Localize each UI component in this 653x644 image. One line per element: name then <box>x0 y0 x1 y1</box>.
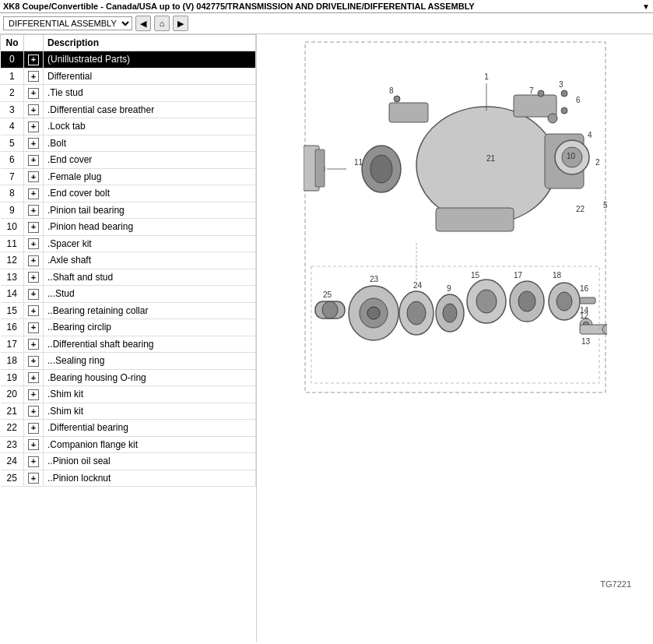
expand-button[interactable]: + <box>28 423 39 434</box>
row-expand[interactable]: + <box>24 403 44 420</box>
nav-home-button[interactable]: ⌂ <box>154 16 170 31</box>
table-row[interactable]: 22+.Differential bearing <box>1 420 256 437</box>
expand-button[interactable]: + <box>28 356 39 367</box>
main-content: No Description 0+(Unillustrated Parts)1+… <box>0 34 653 642</box>
row-expand[interactable]: + <box>24 453 44 470</box>
expand-button[interactable]: + <box>28 255 39 266</box>
expand-button[interactable]: + <box>28 439 39 450</box>
row-description: ..Bearing retaining collar <box>44 302 256 319</box>
table-row[interactable]: 2+.Tie stud <box>1 85 256 102</box>
row-number: 16 <box>1 319 24 336</box>
table-row[interactable]: 1+Differential <box>1 68 256 85</box>
table-row[interactable]: 10+.Pinion head bearing <box>1 219 256 236</box>
table-row[interactable]: 17+..Differential shaft bearing <box>1 336 256 353</box>
row-expand[interactable]: + <box>24 68 44 85</box>
expand-button[interactable]: + <box>28 205 39 216</box>
row-expand[interactable]: + <box>24 235 44 252</box>
expand-button[interactable]: + <box>28 222 39 233</box>
table-row[interactable]: 23+.Companion flange kit <box>1 436 256 453</box>
table-row[interactable]: 21+.Shim kit <box>1 403 256 420</box>
row-expand[interactable]: + <box>24 369 44 386</box>
expand-button[interactable]: + <box>28 372 39 383</box>
expand-button[interactable]: + <box>28 272 39 283</box>
table-row[interactable]: 5+.Bolt <box>1 135 256 152</box>
expand-button[interactable]: + <box>28 71 39 82</box>
svg-rect-2 <box>389 103 428 122</box>
row-expand[interactable]: + <box>24 85 44 102</box>
expand-button[interactable]: + <box>28 88 39 99</box>
table-row[interactable]: 13+..Shaft and stud <box>1 269 256 286</box>
row-expand[interactable]: + <box>24 269 44 286</box>
table-row[interactable]: 20+.Shim kit <box>1 386 256 403</box>
row-expand[interactable]: + <box>24 252 44 269</box>
table-row[interactable]: 19+.Bearing housing O-ring <box>1 369 256 386</box>
row-expand[interactable]: + <box>24 101 44 118</box>
svg-point-48 <box>476 290 497 313</box>
table-row[interactable]: 14+...Stud <box>1 286 256 303</box>
expand-button[interactable]: + <box>28 289 39 300</box>
svg-rect-31 <box>315 150 325 187</box>
table-row[interactable]: 11+.Spacer kit <box>1 235 256 252</box>
expand-button[interactable]: + <box>28 188 39 199</box>
expand-button[interactable]: + <box>28 339 39 350</box>
expand-button[interactable]: + <box>28 121 39 132</box>
row-number: 6 <box>1 152 24 169</box>
table-row[interactable]: 7+.Female plug <box>1 168 256 185</box>
expand-button[interactable]: + <box>28 171 39 182</box>
row-expand[interactable]: + <box>24 219 44 236</box>
table-row[interactable]: 4+.Lock tab <box>1 118 256 135</box>
expand-button[interactable]: + <box>28 473 39 484</box>
row-expand[interactable]: + <box>24 336 44 353</box>
table-row[interactable]: 25+..Pinion locknut <box>1 470 256 487</box>
row-expand[interactable]: + <box>24 436 44 453</box>
nav-back-button[interactable]: ◀ <box>135 16 151 31</box>
row-expand[interactable]: + <box>24 135 44 152</box>
table-row[interactable]: 9+.Pinion tail bearing <box>1 202 256 219</box>
row-expand[interactable]: + <box>24 319 44 336</box>
expand-button[interactable]: + <box>28 305 39 316</box>
expand-button[interactable]: + <box>28 104 39 115</box>
nav-forward-button[interactable]: ▶ <box>173 16 188 31</box>
expand-button[interactable]: + <box>28 322 39 333</box>
row-description: .Tie stud <box>44 85 256 102</box>
row-number: 3 <box>1 101 24 118</box>
col-no: No <box>1 35 24 51</box>
row-expand[interactable]: + <box>24 353 44 370</box>
table-row[interactable]: 6+.End cover <box>1 152 256 169</box>
row-expand[interactable]: + <box>24 470 44 487</box>
expand-button[interactable]: + <box>28 55 39 65</box>
row-expand[interactable]: + <box>24 168 44 185</box>
expand-button[interactable]: + <box>28 389 39 400</box>
table-row[interactable]: 24+..Pinion oil seal <box>1 453 256 470</box>
toolbar: DIFFERENTIAL ASSEMBLY ◀ ⌂ ▶ <box>0 13 653 34</box>
table-row[interactable]: 3+.Differential case breather <box>1 101 256 118</box>
row-number: 5 <box>1 135 24 152</box>
expand-button[interactable]: + <box>28 138 39 149</box>
table-row[interactable]: 15+..Bearing retaining collar <box>1 302 256 319</box>
row-number: 7 <box>1 168 24 185</box>
svg-text:21: 21 <box>486 154 496 163</box>
title-arrow[interactable]: ▼ <box>642 2 650 11</box>
table-row[interactable]: 12+.Axle shaft <box>1 252 256 269</box>
row-expand[interactable]: + <box>24 152 44 169</box>
table-row[interactable]: 16+..Bearing circlip <box>1 319 256 336</box>
row-expand[interactable]: + <box>24 185 44 202</box>
table-row[interactable]: 18+...Sealing ring <box>1 353 256 370</box>
row-expand[interactable]: + <box>24 118 44 135</box>
table-row[interactable]: 0+(Unillustrated Parts) <box>1 51 256 69</box>
expand-button[interactable]: + <box>28 456 39 467</box>
row-expand[interactable]: + <box>24 420 44 437</box>
row-expand[interactable]: + <box>24 202 44 219</box>
row-expand[interactable]: + <box>24 386 44 403</box>
row-expand[interactable]: + <box>24 302 44 319</box>
table-row[interactable]: 8+.End cover bolt <box>1 185 256 202</box>
expand-button[interactable]: + <box>28 238 39 249</box>
svg-rect-3 <box>514 95 556 117</box>
assembly-dropdown[interactable]: DIFFERENTIAL ASSEMBLY <box>3 16 132 30</box>
expand-button[interactable]: + <box>28 406 39 417</box>
svg-point-54 <box>556 292 572 311</box>
row-expand[interactable]: + <box>24 286 44 303</box>
expand-button[interactable]: + <box>28 155 39 166</box>
row-expand[interactable]: + <box>24 51 44 69</box>
row-description: Differential <box>44 68 256 85</box>
